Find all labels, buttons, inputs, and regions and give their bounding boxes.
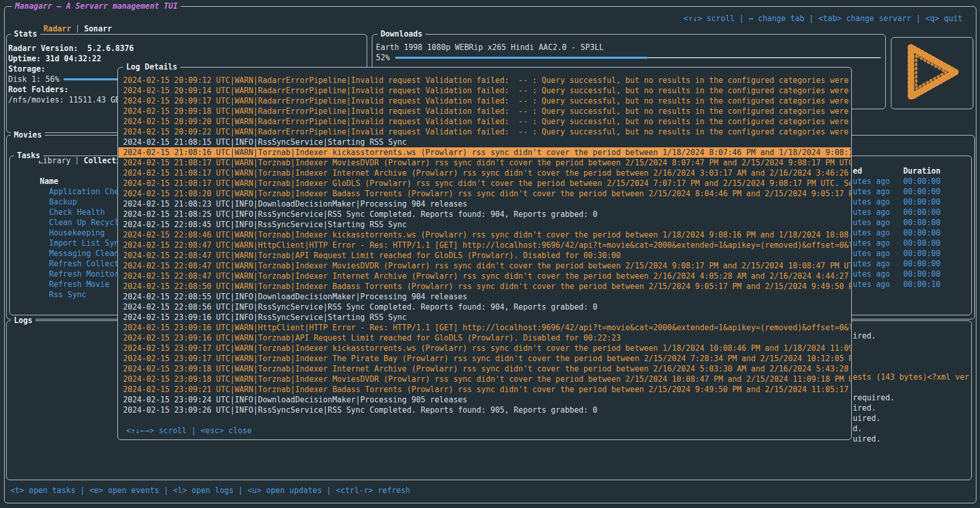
download-progress-label: 52% — [376, 53, 390, 63]
log-detail-line[interactable]: 2024-02-15 21:08:15 UTC|INFO|RssSyncServ… — [118, 137, 851, 147]
tasks-header-duration: Duration — [903, 166, 940, 176]
task-duration: 00:00:00 — [903, 228, 940, 238]
log-detail-line[interactable]: 2024-02-15 23:09:17 UTC|WARN|Torznab|Ind… — [118, 343, 851, 353]
log-detail-line[interactable]: 2024-02-15 22:08:47 UTC|WARN|Torznab|Ind… — [118, 261, 851, 271]
task-duration: 00:00:00 — [903, 217, 940, 228]
app-title: Managarr — A Servarr management TUI — [12, 1, 181, 11]
task-duration: 00:00:00 — [903, 269, 940, 279]
modal-keybindings: <↑↓←→> scroll | <esc> close — [118, 426, 252, 436]
tasks-header-last-execution: ed — [853, 166, 862, 176]
log-detail-line[interactable]: 2024-02-15 21:08:16 UTC|WARN|Torznab|Ind… — [118, 147, 851, 158]
log-detail-line[interactable]: 2024-02-15 23:09:18 UTC|WARN|Torznab|Ind… — [118, 374, 851, 384]
log-detail-line[interactable]: 2024-02-15 22:08:47 UTC|WARN|HttpClient|… — [118, 240, 851, 250]
logs-title: Logs — [11, 315, 36, 326]
task-last-execution: utes ago — [853, 228, 890, 238]
log-detail-line[interactable]: 2024-02-15 23:09:16 UTC|WARN|HttpClient|… — [118, 323, 851, 333]
log-row-tail: ired. — [853, 403, 876, 413]
log-detail-line[interactable]: 2024-02-15 23:09:26 UTC|INFO|RssSyncServ… — [118, 405, 851, 415]
log-detail-line[interactable]: 2024-02-15 21:08:25 UTC|INFO|RssSyncServ… — [118, 209, 851, 219]
download-item-title: Earth 1998 1080p WEBRip x265 Hindi AAC2.… — [376, 42, 604, 53]
log-row-tail: uired. — [853, 434, 881, 444]
radarr-version: Radarr Version: 5.2.6.8376 — [8, 43, 134, 54]
task-duration: 00:00:00 — [903, 176, 940, 187]
log-detail-line[interactable]: 2024-02-15 20:09:22 UTC|WARN|RadarrError… — [118, 127, 851, 137]
tab-radarr[interactable]: Radarr — [43, 24, 71, 33]
task-last-execution: utes ago — [853, 248, 890, 259]
task-duration: 00:00:00 — [903, 207, 940, 217]
uptime: Uptime: 31d 04:32:22 — [8, 54, 101, 64]
log-details-modal: Log Details 2024-02-15 20:09:12 UTC|WARN… — [117, 67, 852, 440]
log-detail-line[interactable]: 2024-02-15 20:09:18 UTC|WARN|RadarrError… — [118, 106, 851, 116]
task-last-execution: utes ago — [853, 197, 890, 207]
log-row-tail: ired. — [853, 331, 876, 341]
task-last-execution: utes ago — [853, 259, 890, 269]
task-duration: 00:00:00 — [903, 197, 940, 207]
log-row: 2024-02-15 23:09:24 UTC|INFO|DownloadDec… — [7, 444, 971, 454]
log-detail-line[interactable]: 2024-02-15 21:08:17 UTC|WARN|Torznab|Ind… — [118, 158, 851, 168]
log-row-tail: uired. — [853, 413, 881, 424]
log-detail-line[interactable]: 2024-02-15 20:09:14 UTC|WARN|RadarrError… — [118, 86, 851, 96]
log-detail-line[interactable]: 2024-02-15 22:08:55 UTC|INFO|DownloadDec… — [118, 292, 851, 302]
download-progress-bar — [395, 57, 648, 59]
root-folder-path: /nfs/movies: 11511.43 GB — [8, 95, 120, 105]
log-detail-line[interactable]: 2024-02-15 20:09:20 UTC|WARN|RadarrError… — [118, 116, 851, 127]
log-detail-line[interactable]: 2024-02-15 21:08:17 UTC|WARN|Torznab|Ind… — [118, 178, 851, 189]
log-detail-line[interactable]: 2024-02-15 23:09:21 UTC|WARN|Torznab|Ind… — [118, 384, 851, 395]
task-last-execution: utes ago — [853, 269, 890, 279]
logo-panel — [891, 37, 973, 109]
disk-usage-label: Disk 1: 56% — [8, 74, 59, 84]
log-row: 2024-02-15 23:09:26 UTC|INFO|RssSyncServ… — [7, 454, 971, 465]
log-detail-line[interactable]: 2024-02-15 22:08:46 UTC|WARN|Torznab|Ind… — [118, 230, 851, 240]
log-detail-line[interactable]: 2024-02-15 22:08:47 UTC|WARN|Torznab|API… — [118, 250, 851, 261]
log-detail-line[interactable]: 2024-02-15 23:09:17 UTC|WARN|Torznab|Ind… — [118, 353, 851, 364]
log-detail-lines: 2024-02-15 20:09:12 UTC|WARN|RadarrError… — [118, 75, 851, 415]
tab-separator — [77, 25, 78, 32]
task-duration: 00:00:00 — [903, 248, 940, 259]
log-row-tail: required. — [853, 393, 895, 403]
log-detail-line[interactable]: 2024-02-15 21:08:17 UTC|WARN|Torznab|Ind… — [118, 168, 851, 178]
log-detail-line[interactable]: 2024-02-15 22:08:47 UTC|WARN|Torznab|Ind… — [118, 271, 851, 281]
task-duration: 00:00:10 — [903, 279, 940, 290]
tab-sonarr[interactable]: Sonarr — [84, 24, 112, 33]
task-duration: 00:00:00 — [903, 238, 940, 248]
download-progress-track — [648, 57, 881, 58]
log-row-tail: ests (143 bytes)<?xml ver — [853, 372, 969, 382]
log-detail-line[interactable]: 2024-02-15 23:09:18 UTC|WARN|Torznab|Ind… — [118, 364, 851, 374]
task-last-execution: utes ago — [853, 279, 890, 290]
managarr-app: Managarr — A Servarr management TUI Rada… — [0, 0, 980, 508]
task-duration: 00:00:00 — [903, 259, 940, 269]
log-detail-line[interactable]: 2024-02-15 20:09:17 UTC|WARN|RadarrError… — [118, 96, 851, 106]
log-detail-line[interactable]: 2024-02-15 21:08:23 UTC|INFO|DownloadDec… — [118, 199, 851, 209]
movies-title: Movies — [11, 130, 45, 140]
log-details-title: Log Details — [123, 62, 180, 72]
log-detail-line[interactable]: 2024-02-15 23:09:16 UTC|WARN|Torznab|API… — [118, 333, 851, 343]
log-detail-line[interactable]: 2024-02-15 20:09:12 UTC|WARN|RadarrError… — [118, 75, 851, 86]
log-detail-line[interactable]: 2024-02-15 22:08:45 UTC|INFO|RssSyncServ… — [118, 219, 851, 230]
tasks-title: Tasks — [14, 150, 43, 161]
header-keybindings: <↑↓> scroll | ↔ change tab | <tab> chang… — [683, 13, 962, 24]
task-last-execution: utes ago — [853, 207, 890, 217]
downloads-title: Downloads — [377, 29, 425, 39]
log-row-tail: d. — [853, 424, 862, 434]
task-last-execution: utes ago — [853, 238, 890, 248]
task-last-execution: utes ago — [853, 176, 890, 187]
radarr-logo-icon — [893, 40, 971, 106]
stats-title: Stats — [11, 29, 40, 39]
log-detail-line[interactable]: 2024-02-15 21:08:20 UTC|WARN|Torznab|Ind… — [118, 189, 851, 199]
log-detail-line[interactable]: 2024-02-15 22:08:56 UTC|INFO|RssSyncServ… — [118, 302, 851, 312]
storage-label: Storage: — [8, 64, 45, 74]
footer-keybindings: <t> open tasks | <e> open events | <l> o… — [10, 485, 410, 496]
log-detail-line[interactable]: 2024-02-15 23:09:24 UTC|INFO|DownloadDec… — [118, 395, 851, 405]
task-duration: 00:00:00 — [903, 187, 940, 197]
task-last-execution: utes ago — [853, 187, 890, 197]
root-folders-label: Root Folders: — [8, 84, 68, 95]
log-detail-line[interactable]: 2024-02-15 22:08:50 UTC|WARN|Torznab|Ind… — [118, 281, 851, 292]
log-detail-line[interactable]: 2024-02-15 23:09:16 UTC|INFO|RssSyncServ… — [118, 312, 851, 323]
task-last-execution: utes ago — [853, 217, 890, 228]
task-name: Rss Sync — [49, 290, 86, 299]
